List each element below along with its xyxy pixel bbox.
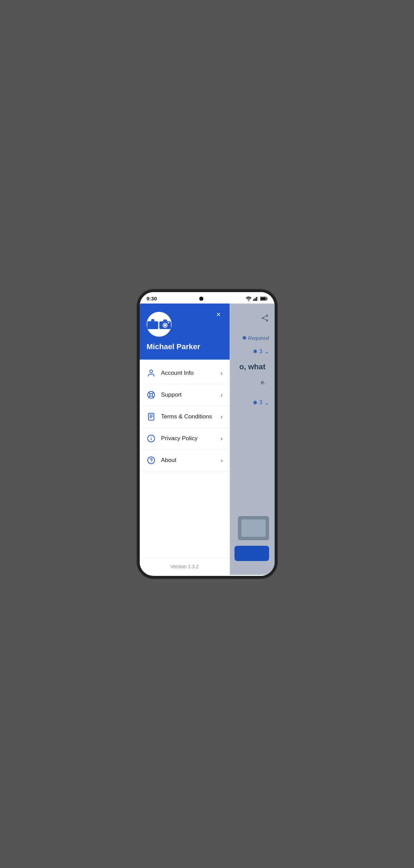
share-icon [261, 314, 269, 324]
svg-line-11 [264, 319, 266, 320]
svg-rect-6 [266, 298, 267, 299]
svg-point-8 [266, 315, 268, 317]
info-circle-icon [147, 434, 156, 443]
menu-label-support: Support [161, 391, 215, 398]
svg-rect-1 [253, 299, 254, 301]
bg-blue-button [234, 546, 269, 561]
menu-label-about: About [161, 457, 215, 464]
svg-point-0 [248, 300, 249, 301]
person-icon [147, 369, 156, 378]
menu-label-account-info: Account Info [161, 370, 215, 377]
status-time: 9:30 [147, 296, 157, 301]
battery-icon [260, 296, 268, 301]
phone-frame: 9:30 [140, 292, 275, 576]
chevron-right-icon: › [221, 413, 223, 421]
badge-row-2: ✱ 3 ⌄ [253, 399, 269, 406]
svg-line-25 [152, 396, 153, 397]
svg-line-26 [152, 392, 153, 394]
document-icon [147, 412, 156, 421]
chevron-right-icon: › [221, 435, 223, 442]
svg-point-10 [266, 319, 268, 322]
help-circle-icon [147, 456, 156, 465]
badge-row: ✱ 3 ⌄ [253, 348, 269, 355]
menu-item-support[interactable]: Support › [140, 384, 230, 406]
svg-line-24 [148, 392, 150, 394]
svg-rect-16 [155, 322, 156, 323]
signal-icon [253, 296, 259, 301]
status-icons [246, 296, 268, 301]
close-button[interactable]: × [213, 309, 224, 320]
drawer-header: × [140, 304, 230, 360]
svg-line-27 [148, 396, 150, 397]
menu-label-privacy: Privacy Policy [161, 435, 215, 442]
camera-icon [147, 317, 159, 331]
close-icon: × [216, 311, 221, 318]
bg-text-1: o, what [239, 362, 269, 372]
svg-point-19 [164, 324, 166, 327]
menu-label-terms: Terms & Conditions [161, 413, 215, 420]
avatar [147, 312, 172, 337]
svg-point-21 [150, 370, 153, 373]
bg-text-2: e. [261, 379, 269, 386]
camera-graphic [159, 318, 172, 331]
status-bar: 9:30 [140, 292, 275, 304]
support-icon [147, 390, 156, 399]
svg-line-12 [264, 316, 266, 318]
svg-rect-3 [256, 297, 257, 301]
side-drawer: × [140, 304, 230, 575]
svg-rect-7 [260, 297, 266, 300]
required-label: Required [248, 335, 269, 341]
svg-point-9 [262, 317, 264, 319]
wifi-icon [246, 296, 252, 301]
menu-item-account-info[interactable]: Account Info › [140, 362, 230, 384]
screen: ✱ Required ✱ 3 ⌄ o, what e. ✱ 3 ⌄ [140, 304, 275, 575]
svg-rect-20 [168, 322, 169, 323]
bg-bottom [234, 516, 269, 561]
username: Michael Parker [147, 342, 223, 351]
camera-dot [199, 297, 203, 301]
version-label: Version 2.3.2 [140, 558, 230, 575]
menu-item-privacy[interactable]: Privacy Policy › [140, 428, 230, 450]
svg-point-15 [151, 324, 154, 326]
menu-item-about[interactable]: About › [140, 450, 230, 471]
chevron-right-icon: › [221, 391, 223, 399]
drawer-menu: Account Info › [140, 360, 230, 558]
chevron-right-icon: › [221, 370, 223, 377]
menu-item-terms[interactable]: Terms & Conditions › [140, 406, 230, 428]
chevron-right-icon: › [221, 457, 223, 464]
svg-rect-4 [257, 296, 258, 301]
svg-rect-2 [255, 298, 256, 301]
